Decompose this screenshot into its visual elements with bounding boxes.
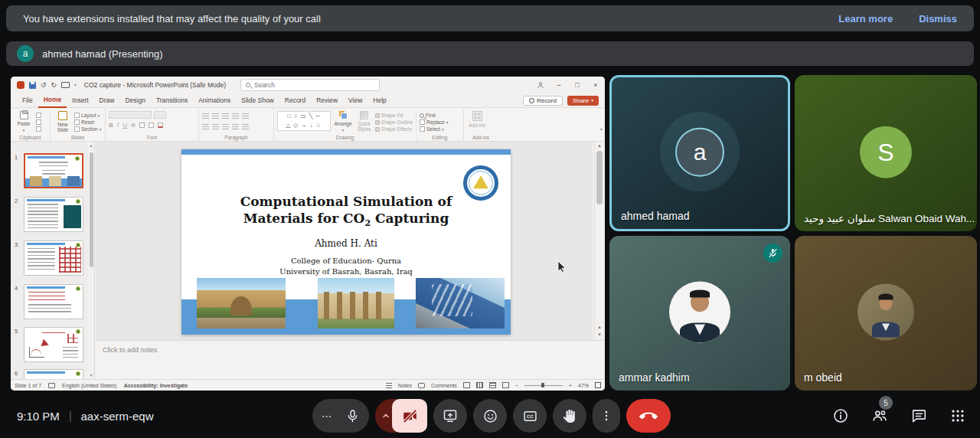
info-icon bbox=[832, 407, 849, 424]
present-screen-icon bbox=[443, 408, 458, 423]
slide-indicator: Slide 1 of 7 bbox=[15, 383, 41, 388]
arrange-label: Arrange bbox=[334, 121, 351, 126]
replace-caret-icon: ▾ bbox=[446, 120, 449, 125]
shape-outline-button: Shape Outline bbox=[375, 119, 413, 125]
ppt-ribbon: Paste ▾ Clipboard New Slide Layout▾ Res bbox=[11, 109, 605, 142]
more-options-button[interactable] bbox=[593, 399, 620, 433]
replace-button: Replace▾ bbox=[420, 119, 449, 125]
select-button: Select▾ bbox=[420, 126, 449, 132]
editing-group-label: Editing bbox=[416, 135, 463, 140]
arrange-icon bbox=[339, 111, 348, 119]
learn-more-link[interactable]: Learn more bbox=[838, 13, 893, 25]
close-button: × bbox=[586, 77, 605, 93]
shared-screen-powerpoint[interactable]: ↺ ↻ ▾ CO2 capture - Microsoft PowerPoint… bbox=[11, 77, 605, 391]
arrange-caret-icon: ▾ bbox=[342, 128, 345, 132]
record-button: Record bbox=[523, 96, 563, 106]
slideshow-view-icon bbox=[502, 382, 509, 388]
participant-photo bbox=[669, 281, 730, 342]
thumb-number-3: 3 bbox=[15, 241, 18, 248]
add-ins-button: Add-ins bbox=[467, 111, 487, 132]
slide-thumbnail-4 bbox=[24, 284, 83, 319]
ribbon-group-slides: New Slide Layout▾ Reset Section▾ Slides bbox=[51, 109, 106, 141]
show-everyone-button[interactable]: 5 bbox=[870, 406, 890, 426]
display-settings-icon bbox=[48, 383, 55, 388]
participant-tile-ahmed-hamad[interactable]: a ahmed hamad bbox=[609, 75, 790, 231]
participant-tile-salwan[interactable]: S سلوان عبيد وحيد Salwan Obaid Wah... bbox=[795, 75, 977, 231]
presenting-banner-text: ahmed hamad (Presenting) bbox=[42, 48, 163, 60]
thumb-number-1: 1 bbox=[15, 154, 18, 161]
clipboard-group-label: Clipboard bbox=[11, 135, 50, 140]
new-slide-icon bbox=[58, 111, 67, 120]
slide-scrollbar: ▲ ▲ ▼ bbox=[594, 142, 603, 340]
comments-toggle-icon bbox=[418, 383, 425, 388]
mic-off-icon bbox=[767, 247, 779, 259]
add-ins-icon bbox=[472, 111, 482, 121]
microphone-icon[interactable] bbox=[345, 409, 360, 423]
text-shadow-icon bbox=[139, 123, 145, 128]
present-now-button[interactable] bbox=[433, 399, 467, 433]
italic-button: I bbox=[117, 122, 119, 129]
tab-home: Home bbox=[38, 93, 67, 108]
bold-button: B bbox=[109, 122, 113, 129]
find-icon bbox=[420, 113, 424, 118]
zoom-percent: 47% bbox=[578, 383, 589, 388]
shape-effects-button: Shape Effects bbox=[375, 126, 413, 132]
strikethrough-button: S bbox=[131, 122, 135, 129]
chat-button[interactable] bbox=[909, 406, 929, 426]
raise-hand-button[interactable] bbox=[553, 399, 586, 433]
thumb-number-6: 6 bbox=[15, 370, 18, 377]
character-spacing-icon bbox=[149, 123, 154, 128]
layout-button: Layout▾ bbox=[74, 113, 101, 118]
current-slide: Computational Simulation of Materials fo… bbox=[181, 149, 511, 335]
minimize-button: – bbox=[550, 77, 568, 93]
participant-tile-m-obeid[interactable]: m obeid bbox=[795, 236, 977, 391]
paste-button: Paste ▾ bbox=[14, 111, 34, 132]
participant-name: ammar kadhim bbox=[619, 371, 690, 384]
slide-thumbnail-3 bbox=[24, 240, 83, 276]
restore-button: □ bbox=[568, 77, 586, 93]
find-label: Find bbox=[426, 113, 436, 118]
share-button: Share ▾ bbox=[567, 96, 599, 106]
shape-fill-button: Shape Fill bbox=[375, 113, 413, 118]
font-group-label: Font bbox=[106, 135, 198, 140]
cc-label: CC bbox=[527, 413, 534, 418]
participant-tile-ammar-kadhim[interactable]: ammar kadhim bbox=[609, 236, 790, 391]
mouse-cursor bbox=[557, 260, 567, 273]
mic-muted-badge bbox=[763, 244, 782, 263]
dismiss-link[interactable]: Dismiss bbox=[919, 13, 957, 25]
select-label: Select bbox=[426, 126, 440, 132]
zoom-slider bbox=[524, 385, 563, 386]
ppt-window-title: CO2 capture - Microsoft PowerPoint (Safe… bbox=[84, 81, 226, 89]
shapes-row-2: △ ◇ → ↓ ☆ bbox=[278, 121, 330, 130]
affiliation-line2: University of Basrah, Basrah, Iraq bbox=[181, 266, 511, 277]
audio-options-icon[interactable]: ⋯ bbox=[322, 410, 332, 422]
activities-button[interactable] bbox=[948, 406, 968, 426]
meeting-details-button[interactable] bbox=[831, 406, 851, 426]
notes-toggle-label: Notes bbox=[398, 383, 412, 388]
slide-thumbnail-5 bbox=[24, 327, 83, 362]
captions-icon: CC bbox=[522, 408, 538, 424]
captions-button[interactable]: CC bbox=[513, 399, 547, 433]
slide-thumbnails-panel: 1 2 3 bbox=[11, 142, 95, 379]
notes-pane: Click to add notes bbox=[96, 340, 605, 379]
font-color-icon bbox=[158, 123, 163, 128]
tab-insert: Insert bbox=[67, 93, 93, 108]
participant-name: ahmed hamad bbox=[621, 210, 690, 222]
end-call-button[interactable] bbox=[626, 399, 671, 433]
indent-decrease-icon bbox=[222, 113, 229, 119]
meeting-code: aax-serm-eqw bbox=[81, 410, 154, 423]
reactions-button[interactable] bbox=[473, 399, 507, 433]
shape-outline-icon bbox=[375, 120, 380, 125]
shape-outline-label: Shape Outline bbox=[381, 119, 413, 125]
ppt-titlebar: ↺ ↻ ▾ CO2 capture - Microsoft PowerPoint… bbox=[11, 77, 605, 93]
numbering-icon bbox=[212, 113, 219, 119]
align-left-icon bbox=[202, 124, 209, 130]
camera-off-button[interactable] bbox=[392, 399, 427, 433]
ribbon-group-drawing: □ ○ ▭ ╲ ─ △ ◇ → ↓ ☆ Arrange ▾ Quick Styl… bbox=[274, 109, 416, 141]
audio-control-pill[interactable]: ⋯ bbox=[312, 399, 369, 433]
save-icon bbox=[29, 82, 36, 89]
tab-view: View bbox=[343, 93, 368, 108]
more-vertical-icon bbox=[599, 409, 613, 423]
thumbnails-scrollbar: ▲ ▼ bbox=[88, 142, 94, 379]
call-controls: ⋯ bbox=[312, 399, 671, 433]
